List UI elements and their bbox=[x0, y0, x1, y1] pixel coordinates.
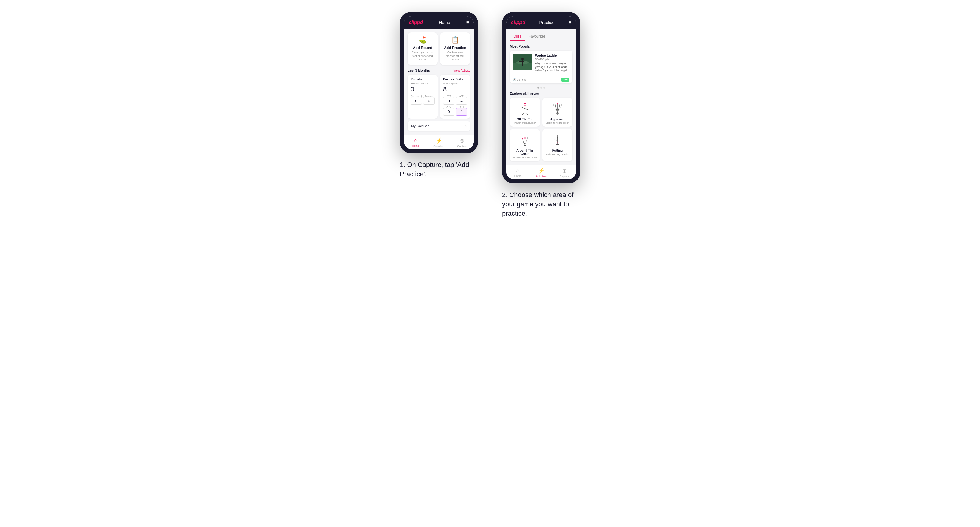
page-wrapper: clippd Home ≡ ⛳ Add Round Record your sh… bbox=[309, 12, 671, 218]
approach-icon-area bbox=[545, 102, 570, 116]
putt-label: PUTT bbox=[456, 106, 467, 108]
featured-drill-card[interactable]: Wedge Ladder ☆ 50–100 yds Play 1 shot at… bbox=[510, 51, 573, 83]
add-round-card[interactable]: ⛳ Add Round Record your shots fast or en… bbox=[407, 32, 438, 65]
add-practice-card[interactable]: 📋 Add Practice Capture your practice off… bbox=[440, 32, 470, 65]
phone1-bottom-nav: ⌂ Home ⚡ Activities ⊕ Capture bbox=[404, 135, 474, 149]
dot-1 bbox=[537, 87, 539, 89]
featured-title-row: Wedge Ladder ☆ bbox=[535, 54, 570, 58]
svg-line-10 bbox=[521, 113, 525, 115]
nav-activities-2[interactable]: ⚡ Activities bbox=[530, 168, 553, 178]
capture-nav-label-1: Capture bbox=[457, 145, 467, 148]
add-practice-subtitle: Capture your practice off-the-course bbox=[442, 51, 468, 61]
nav-activities-1[interactable]: ⚡ Activities bbox=[427, 138, 450, 148]
skill-card-putting[interactable]: Putting Make and lag practice bbox=[542, 129, 573, 161]
svg-line-12 bbox=[521, 107, 525, 109]
nav-capture-2[interactable]: ⊕ Capture bbox=[553, 168, 576, 178]
capture-nav-icon-1: ⊕ bbox=[460, 138, 465, 144]
featured-image-svg bbox=[513, 54, 532, 70]
phone1-section: clippd Home ≡ ⛳ Add Round Record your sh… bbox=[400, 12, 478, 179]
rounds-title: Rounds bbox=[410, 78, 434, 81]
off-the-tee-svg bbox=[518, 102, 531, 115]
app-item: APP 4 bbox=[456, 95, 467, 105]
featured-description: Play 1 shot at each target yardage. If y… bbox=[535, 62, 570, 73]
off-the-tee-title: Off The Tee bbox=[512, 117, 538, 121]
home-nav-icon-1: ⌂ bbox=[414, 138, 417, 144]
view-activity-link[interactable]: View Activity bbox=[453, 69, 470, 72]
putting-subtitle: Make and lag practice bbox=[545, 153, 570, 156]
home-content: ⛳ Add Round Record your shots fast or en… bbox=[404, 29, 474, 135]
tabs-row: Drills Favourites bbox=[510, 32, 573, 41]
caption-phone1: 1. On Capture, tap 'Add Practice'. bbox=[400, 160, 478, 179]
practice-drills-card: Practice Drills Drills Capture 8 OTT 0 A… bbox=[440, 75, 470, 119]
clippd-logo-1: clippd bbox=[409, 20, 423, 25]
stats-section-header: Last 3 Months View Activity bbox=[407, 68, 470, 72]
arg-value: 0 bbox=[443, 108, 455, 116]
golf-bag-row[interactable]: My Golf Bag › bbox=[407, 121, 470, 131]
home-nav-label-2: Home bbox=[514, 175, 522, 178]
practice-rounds-value: 0 bbox=[423, 97, 434, 105]
phone1-header: clippd Home ≡ bbox=[404, 16, 474, 29]
svg-line-13 bbox=[525, 109, 529, 110]
stats-grid: Rounds Rounds Capture 0 Tournament 0 Pra… bbox=[407, 75, 470, 119]
svg-point-8 bbox=[524, 103, 526, 105]
ott-item: OTT 0 bbox=[443, 95, 455, 105]
app-value: 4 bbox=[456, 97, 467, 105]
tab-favourites[interactable]: Favourites bbox=[525, 32, 549, 41]
featured-card-footer: 🕐 9 shots APP bbox=[510, 76, 573, 83]
around-green-subtitle: Hone your short game bbox=[512, 156, 538, 159]
approach-svg bbox=[551, 102, 564, 115]
app-label: APP bbox=[456, 95, 467, 97]
featured-card-inner: Wedge Ladder ☆ 50–100 yds Play 1 shot at… bbox=[510, 51, 573, 76]
app-badge: APP bbox=[561, 78, 570, 81]
nav-home-1[interactable]: ⌂ Home bbox=[404, 138, 427, 148]
tournament-value: 0 bbox=[410, 97, 422, 105]
practice-item: Practice 0 bbox=[423, 95, 434, 105]
clock-icon: 🕐 bbox=[513, 78, 517, 81]
putt-item: PUTT 4 bbox=[456, 106, 467, 116]
hamburger-icon-1[interactable]: ≡ bbox=[466, 20, 469, 25]
shots-label: 🕐 9 shots bbox=[513, 78, 526, 81]
practice-drills-title: Practice Drills bbox=[443, 78, 467, 81]
phone1-screen: clippd Home ≡ ⛳ Add Round Record your sh… bbox=[404, 16, 474, 149]
skill-card-approach[interactable]: Approach Dial-in to hit the green bbox=[542, 98, 573, 127]
svg-point-21 bbox=[527, 138, 528, 139]
clippd-logo-2: clippd bbox=[511, 20, 525, 25]
ott-value: 0 bbox=[443, 97, 455, 105]
add-practice-icon: 📋 bbox=[442, 36, 468, 44]
off-the-tee-subtitle: Power and accuracy bbox=[512, 122, 538, 124]
most-popular-label: Most Popular bbox=[510, 44, 573, 48]
skill-card-around-green[interactable]: Around The Green Hone your short game bbox=[510, 129, 540, 161]
nav-home-2[interactable]: ⌂ Home bbox=[506, 168, 530, 178]
activities-nav-icon-2: ⚡ bbox=[538, 168, 544, 174]
putt-value: 4 bbox=[456, 108, 467, 116]
action-cards: ⛳ Add Round Record your shots fast or en… bbox=[407, 32, 470, 65]
drills-capture-label: Drills Capture bbox=[443, 82, 467, 85]
approach-subtitle: Dial-in to hit the green bbox=[545, 122, 570, 124]
around-green-icon-area bbox=[512, 133, 538, 147]
phone2-screen: clippd Practice ≡ Drills Favourites Most… bbox=[506, 16, 576, 179]
activities-nav-label-2: Activities bbox=[536, 175, 547, 178]
featured-info: Wedge Ladder ☆ 50–100 yds Play 1 shot at… bbox=[535, 54, 570, 73]
phone2-header: clippd Practice ≡ bbox=[506, 16, 576, 29]
skill-card-off-the-tee[interactable]: Off The Tee Power and accuracy bbox=[510, 98, 540, 127]
practice-content: Drills Favourites Most Popular bbox=[506, 29, 576, 165]
last-3-months-label: Last 3 Months bbox=[407, 68, 430, 72]
practice-title: Practice bbox=[539, 20, 555, 25]
rounds-card: Rounds Rounds Capture 0 Tournament 0 Pra… bbox=[407, 75, 438, 119]
activities-nav-icon-1: ⚡ bbox=[436, 138, 442, 144]
nav-capture-1[interactable]: ⊕ Capture bbox=[450, 138, 474, 148]
ott-label: OTT bbox=[443, 95, 455, 97]
tournament-item: Tournament 0 bbox=[410, 95, 422, 105]
explore-label: Explore skill areas bbox=[510, 92, 573, 95]
tab-drills[interactable]: Drills bbox=[510, 32, 525, 41]
off-the-tee-icon-area bbox=[512, 102, 538, 116]
around-green-title: Around The Green bbox=[512, 149, 538, 156]
practice-rounds-label: Practice bbox=[423, 95, 434, 97]
add-practice-title: Add Practice bbox=[442, 46, 468, 50]
svg-rect-5 bbox=[520, 61, 524, 62]
skill-grid: Off The Tee Power and accuracy bbox=[510, 98, 573, 161]
around-green-svg bbox=[518, 133, 531, 146]
svg-point-3 bbox=[521, 58, 524, 60]
rounds-sub-grid: Tournament 0 Practice 0 bbox=[410, 95, 434, 105]
hamburger-icon-2[interactable]: ≡ bbox=[568, 20, 571, 25]
